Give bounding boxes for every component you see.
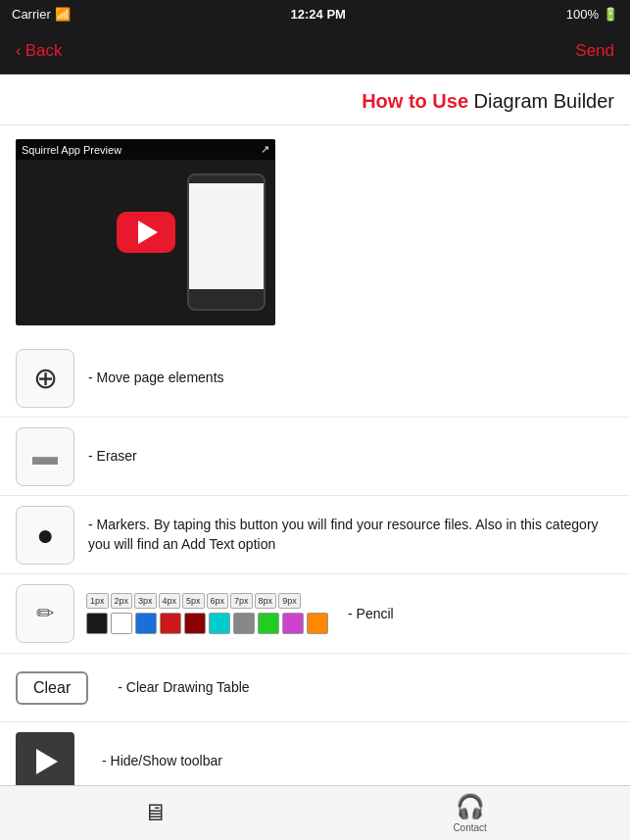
clear-description: - Clear Drawing Table bbox=[118, 678, 614, 698]
feature-row-pencil: ✏ 1px2px3px4px5px6px7px8px9px - Pencil bbox=[0, 574, 630, 654]
color-swatch-dark-red[interactable] bbox=[184, 613, 206, 634]
back-button[interactable]: ‹ Back bbox=[16, 41, 62, 61]
pencil-size-btn[interactable]: 6px bbox=[207, 593, 229, 609]
page-title-normal: Diagram Builder bbox=[468, 90, 614, 112]
nav-bar: ‹ Back Send bbox=[0, 27, 630, 74]
video-title-bar: Squirrel App Preview ↗ bbox=[16, 139, 275, 160]
status-bar: Carrier 📶 12:24 PM 100% 🔋 bbox=[0, 0, 630, 27]
color-swatch-purple[interactable] bbox=[282, 613, 304, 634]
status-left: Carrier 📶 bbox=[12, 7, 71, 22]
battery-icon: 🔋 bbox=[603, 7, 618, 22]
tab-bar: 🖥 🎧 Contact bbox=[0, 785, 630, 840]
status-right: 100% 🔋 bbox=[566, 7, 618, 22]
pencil-size-btn[interactable]: 8px bbox=[255, 593, 277, 609]
pencil-size-btn[interactable]: 7px bbox=[230, 593, 253, 609]
move-icon: ⊕ bbox=[33, 361, 58, 395]
carrier-label: Carrier bbox=[12, 7, 51, 22]
color-swatch-blue[interactable] bbox=[135, 613, 157, 634]
feature-row-clear: Clear - Clear Drawing Table bbox=[0, 654, 630, 722]
color-swatch-white[interactable] bbox=[111, 613, 132, 634]
back-label: Back bbox=[25, 41, 63, 61]
pencil-icon: ✏ bbox=[36, 601, 54, 626]
video-phone-preview bbox=[187, 173, 266, 311]
content-area: Squirrel App Preview ↗ ⊕ - Move page ele… bbox=[0, 125, 630, 840]
color-swatch-red[interactable] bbox=[160, 613, 181, 634]
pencil-size-btn[interactable]: 5px bbox=[182, 593, 205, 609]
markers-description: - Markers. By taping this button you wil… bbox=[88, 516, 614, 554]
diagram-tab-icon: 🖥 bbox=[143, 799, 167, 826]
video-phone-screen bbox=[189, 183, 264, 290]
eraser-description: - Eraser bbox=[88, 447, 614, 467]
eraser-icon: ▬ bbox=[32, 441, 58, 471]
clear-button[interactable]: Clear bbox=[16, 671, 88, 705]
color-swatch-black[interactable] bbox=[86, 613, 108, 634]
toolbar-toggle-icon bbox=[16, 732, 74, 791]
video-section: Squirrel App Preview ↗ bbox=[0, 125, 630, 339]
pencil-icon-box: ✏ bbox=[16, 584, 74, 643]
color-swatch-gray[interactable] bbox=[233, 613, 255, 634]
contact-tab-label: Contact bbox=[453, 822, 486, 833]
pencil-colors bbox=[86, 613, 328, 634]
move-icon-box: ⊕ bbox=[16, 349, 74, 408]
page-title-container: How to Use Diagram Builder bbox=[0, 74, 630, 125]
color-swatch-orange[interactable] bbox=[307, 613, 328, 634]
pencil-size-btn[interactable]: 2px bbox=[111, 593, 133, 609]
wifi-icon: 📶 bbox=[55, 7, 71, 22]
video-play-button[interactable] bbox=[117, 212, 175, 253]
feature-row-markers: ● - Markers. By taping this button you w… bbox=[0, 496, 630, 574]
move-description: - Move page elements bbox=[88, 369, 614, 388]
contact-tab-icon: 🎧 bbox=[456, 793, 485, 820]
page-title-highlight: How to Use bbox=[362, 90, 468, 112]
color-swatch-green[interactable] bbox=[258, 613, 279, 634]
send-button[interactable]: Send bbox=[575, 41, 614, 61]
markers-icon: ● bbox=[36, 519, 54, 552]
eraser-icon-box: ▬ bbox=[16, 427, 74, 486]
back-chevron-icon: ‹ bbox=[16, 41, 22, 61]
pencil-size-btn[interactable]: 1px bbox=[86, 593, 109, 609]
video-share-icon: ↗ bbox=[261, 143, 269, 156]
pencil-size-btn[interactable]: 3px bbox=[134, 593, 157, 609]
page-title: How to Use Diagram Builder bbox=[16, 90, 614, 113]
pencil-sizes: 1px2px3px4px5px6px7px8px9px bbox=[86, 593, 328, 609]
color-swatch-cyan[interactable] bbox=[209, 613, 230, 634]
feature-row-eraser: ▬ - Eraser bbox=[0, 418, 630, 496]
markers-icon-box: ● bbox=[16, 506, 74, 565]
pencil-description: - Pencil bbox=[348, 606, 394, 621]
toolbar-description: - Hide/Show toolbar bbox=[102, 752, 614, 771]
video-thumbnail[interactable]: Squirrel App Preview ↗ bbox=[16, 139, 275, 325]
tab-contact[interactable]: 🎧 Contact bbox=[433, 789, 506, 837]
pencil-controls: 1px2px3px4px5px6px7px8px9px bbox=[86, 593, 328, 634]
status-time: 12:24 PM bbox=[291, 7, 346, 22]
pencil-size-btn[interactable]: 4px bbox=[159, 593, 181, 609]
pencil-size-btn[interactable]: 9px bbox=[278, 593, 301, 609]
video-title: Squirrel App Preview bbox=[22, 144, 121, 156]
feature-row-move: ⊕ - Move page elements bbox=[0, 339, 630, 418]
battery-label: 100% bbox=[566, 7, 599, 22]
tab-diagram[interactable]: 🖥 bbox=[123, 795, 186, 832]
